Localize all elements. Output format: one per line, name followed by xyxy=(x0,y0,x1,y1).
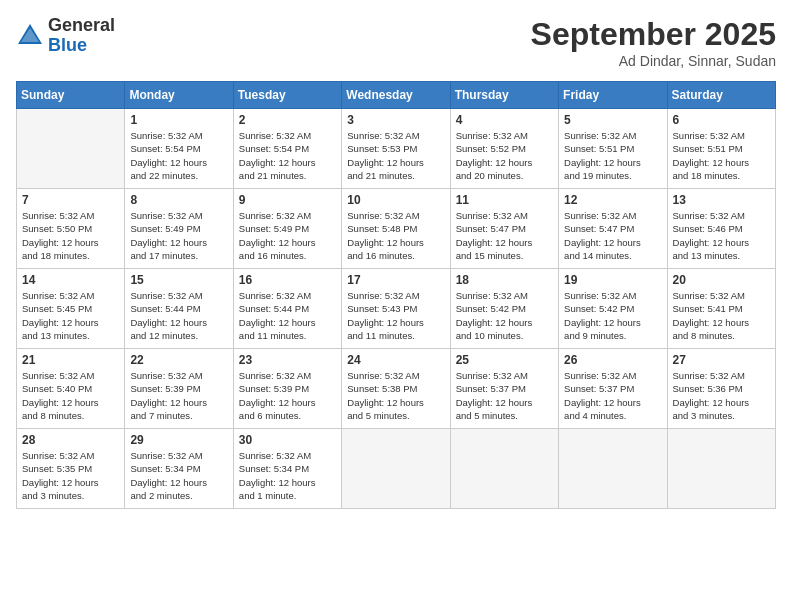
calendar-cell: 7Sunrise: 5:32 AM Sunset: 5:50 PM Daylig… xyxy=(17,189,125,269)
day-info: Sunrise: 5:32 AM Sunset: 5:39 PM Dayligh… xyxy=(239,369,336,422)
day-number: 8 xyxy=(130,193,227,207)
day-number: 16 xyxy=(239,273,336,287)
day-info: Sunrise: 5:32 AM Sunset: 5:54 PM Dayligh… xyxy=(130,129,227,182)
day-info: Sunrise: 5:32 AM Sunset: 5:48 PM Dayligh… xyxy=(347,209,444,262)
day-number: 9 xyxy=(239,193,336,207)
day-number: 10 xyxy=(347,193,444,207)
calendar-cell: 17Sunrise: 5:32 AM Sunset: 5:43 PM Dayli… xyxy=(342,269,450,349)
day-info: Sunrise: 5:32 AM Sunset: 5:41 PM Dayligh… xyxy=(673,289,770,342)
calendar-cell: 26Sunrise: 5:32 AM Sunset: 5:37 PM Dayli… xyxy=(559,349,667,429)
day-info: Sunrise: 5:32 AM Sunset: 5:51 PM Dayligh… xyxy=(673,129,770,182)
logo-text: General Blue xyxy=(48,16,115,56)
calendar-cell xyxy=(450,429,558,509)
day-info: Sunrise: 5:32 AM Sunset: 5:37 PM Dayligh… xyxy=(564,369,661,422)
calendar-cell xyxy=(667,429,775,509)
day-number: 29 xyxy=(130,433,227,447)
calendar-day-header: Friday xyxy=(559,82,667,109)
calendar-cell: 1Sunrise: 5:32 AM Sunset: 5:54 PM Daylig… xyxy=(125,109,233,189)
day-info: Sunrise: 5:32 AM Sunset: 5:45 PM Dayligh… xyxy=(22,289,119,342)
day-number: 19 xyxy=(564,273,661,287)
calendar-cell: 12Sunrise: 5:32 AM Sunset: 5:47 PM Dayli… xyxy=(559,189,667,269)
logo-icon xyxy=(16,22,44,50)
day-info: Sunrise: 5:32 AM Sunset: 5:42 PM Dayligh… xyxy=(456,289,553,342)
calendar-cell: 18Sunrise: 5:32 AM Sunset: 5:42 PM Dayli… xyxy=(450,269,558,349)
calendar-cell: 13Sunrise: 5:32 AM Sunset: 5:46 PM Dayli… xyxy=(667,189,775,269)
day-number: 7 xyxy=(22,193,119,207)
location: Ad Dindar, Sinnar, Sudan xyxy=(531,53,776,69)
month-title: September 2025 xyxy=(531,16,776,53)
day-number: 24 xyxy=(347,353,444,367)
day-info: Sunrise: 5:32 AM Sunset: 5:46 PM Dayligh… xyxy=(673,209,770,262)
calendar-cell: 25Sunrise: 5:32 AM Sunset: 5:37 PM Dayli… xyxy=(450,349,558,429)
calendar-cell: 19Sunrise: 5:32 AM Sunset: 5:42 PM Dayli… xyxy=(559,269,667,349)
day-number: 5 xyxy=(564,113,661,127)
calendar-cell: 29Sunrise: 5:32 AM Sunset: 5:34 PM Dayli… xyxy=(125,429,233,509)
calendar-cell: 24Sunrise: 5:32 AM Sunset: 5:38 PM Dayli… xyxy=(342,349,450,429)
day-number: 17 xyxy=(347,273,444,287)
day-number: 2 xyxy=(239,113,336,127)
calendar-cell: 20Sunrise: 5:32 AM Sunset: 5:41 PM Dayli… xyxy=(667,269,775,349)
day-info: Sunrise: 5:32 AM Sunset: 5:49 PM Dayligh… xyxy=(130,209,227,262)
day-info: Sunrise: 5:32 AM Sunset: 5:34 PM Dayligh… xyxy=(130,449,227,502)
day-number: 18 xyxy=(456,273,553,287)
calendar-body: 1Sunrise: 5:32 AM Sunset: 5:54 PM Daylig… xyxy=(17,109,776,509)
calendar-cell xyxy=(17,109,125,189)
calendar-cell: 23Sunrise: 5:32 AM Sunset: 5:39 PM Dayli… xyxy=(233,349,341,429)
day-info: Sunrise: 5:32 AM Sunset: 5:50 PM Dayligh… xyxy=(22,209,119,262)
calendar-table: SundayMondayTuesdayWednesdayThursdayFrid… xyxy=(16,81,776,509)
day-number: 12 xyxy=(564,193,661,207)
day-info: Sunrise: 5:32 AM Sunset: 5:43 PM Dayligh… xyxy=(347,289,444,342)
calendar-day-header: Wednesday xyxy=(342,82,450,109)
day-info: Sunrise: 5:32 AM Sunset: 5:37 PM Dayligh… xyxy=(456,369,553,422)
calendar-week-row: 1Sunrise: 5:32 AM Sunset: 5:54 PM Daylig… xyxy=(17,109,776,189)
day-number: 21 xyxy=(22,353,119,367)
calendar-cell: 28Sunrise: 5:32 AM Sunset: 5:35 PM Dayli… xyxy=(17,429,125,509)
title-block: September 2025 Ad Dindar, Sinnar, Sudan xyxy=(531,16,776,69)
calendar-day-header: Saturday xyxy=(667,82,775,109)
day-number: 28 xyxy=(22,433,119,447)
calendar-cell: 6Sunrise: 5:32 AM Sunset: 5:51 PM Daylig… xyxy=(667,109,775,189)
calendar-day-header: Tuesday xyxy=(233,82,341,109)
calendar-cell xyxy=(342,429,450,509)
calendar-cell: 30Sunrise: 5:32 AM Sunset: 5:34 PM Dayli… xyxy=(233,429,341,509)
day-info: Sunrise: 5:32 AM Sunset: 5:42 PM Dayligh… xyxy=(564,289,661,342)
day-info: Sunrise: 5:32 AM Sunset: 5:53 PM Dayligh… xyxy=(347,129,444,182)
day-number: 20 xyxy=(673,273,770,287)
calendar-week-row: 28Sunrise: 5:32 AM Sunset: 5:35 PM Dayli… xyxy=(17,429,776,509)
day-info: Sunrise: 5:32 AM Sunset: 5:52 PM Dayligh… xyxy=(456,129,553,182)
calendar-cell: 15Sunrise: 5:32 AM Sunset: 5:44 PM Dayli… xyxy=(125,269,233,349)
day-info: Sunrise: 5:32 AM Sunset: 5:54 PM Dayligh… xyxy=(239,129,336,182)
day-number: 22 xyxy=(130,353,227,367)
calendar-cell: 10Sunrise: 5:32 AM Sunset: 5:48 PM Dayli… xyxy=(342,189,450,269)
day-info: Sunrise: 5:32 AM Sunset: 5:47 PM Dayligh… xyxy=(564,209,661,262)
calendar-cell: 8Sunrise: 5:32 AM Sunset: 5:49 PM Daylig… xyxy=(125,189,233,269)
calendar-cell: 4Sunrise: 5:32 AM Sunset: 5:52 PM Daylig… xyxy=(450,109,558,189)
calendar-cell: 2Sunrise: 5:32 AM Sunset: 5:54 PM Daylig… xyxy=(233,109,341,189)
day-info: Sunrise: 5:32 AM Sunset: 5:39 PM Dayligh… xyxy=(130,369,227,422)
calendar-cell: 5Sunrise: 5:32 AM Sunset: 5:51 PM Daylig… xyxy=(559,109,667,189)
calendar-week-row: 21Sunrise: 5:32 AM Sunset: 5:40 PM Dayli… xyxy=(17,349,776,429)
calendar-cell: 3Sunrise: 5:32 AM Sunset: 5:53 PM Daylig… xyxy=(342,109,450,189)
calendar-week-row: 14Sunrise: 5:32 AM Sunset: 5:45 PM Dayli… xyxy=(17,269,776,349)
day-number: 25 xyxy=(456,353,553,367)
day-number: 3 xyxy=(347,113,444,127)
calendar-cell: 21Sunrise: 5:32 AM Sunset: 5:40 PM Dayli… xyxy=(17,349,125,429)
calendar-day-header: Sunday xyxy=(17,82,125,109)
calendar-cell: 14Sunrise: 5:32 AM Sunset: 5:45 PM Dayli… xyxy=(17,269,125,349)
day-number: 26 xyxy=(564,353,661,367)
logo: General Blue xyxy=(16,16,115,56)
calendar-cell: 16Sunrise: 5:32 AM Sunset: 5:44 PM Dayli… xyxy=(233,269,341,349)
day-number: 14 xyxy=(22,273,119,287)
day-info: Sunrise: 5:32 AM Sunset: 5:44 PM Dayligh… xyxy=(130,289,227,342)
calendar-week-row: 7Sunrise: 5:32 AM Sunset: 5:50 PM Daylig… xyxy=(17,189,776,269)
day-info: Sunrise: 5:32 AM Sunset: 5:40 PM Dayligh… xyxy=(22,369,119,422)
calendar-cell: 9Sunrise: 5:32 AM Sunset: 5:49 PM Daylig… xyxy=(233,189,341,269)
calendar-day-header: Monday xyxy=(125,82,233,109)
calendar-cell: 11Sunrise: 5:32 AM Sunset: 5:47 PM Dayli… xyxy=(450,189,558,269)
day-number: 1 xyxy=(130,113,227,127)
day-info: Sunrise: 5:32 AM Sunset: 5:51 PM Dayligh… xyxy=(564,129,661,182)
day-number: 23 xyxy=(239,353,336,367)
day-info: Sunrise: 5:32 AM Sunset: 5:47 PM Dayligh… xyxy=(456,209,553,262)
day-info: Sunrise: 5:32 AM Sunset: 5:49 PM Dayligh… xyxy=(239,209,336,262)
day-number: 4 xyxy=(456,113,553,127)
